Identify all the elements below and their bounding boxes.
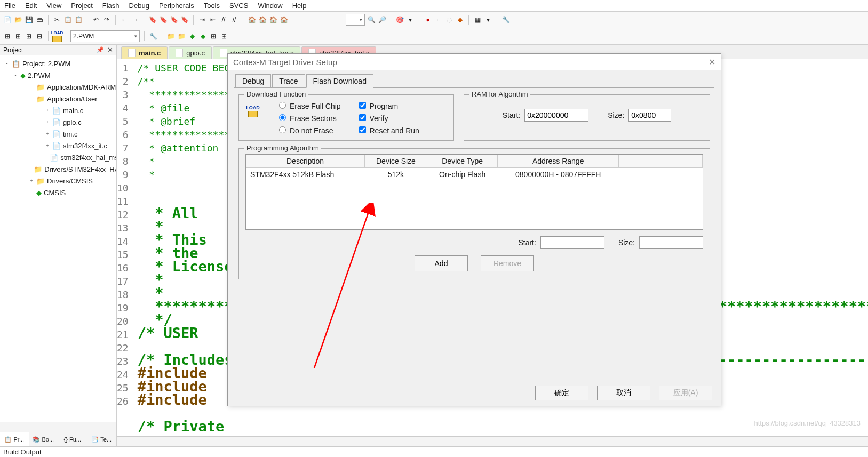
back-icon[interactable]: ← <box>120 15 129 24</box>
outdent-icon[interactable]: ⇤ <box>209 15 217 24</box>
bp-disable-icon[interactable]: ◌ <box>445 15 453 24</box>
new-icon[interactable]: 📄 <box>3 15 12 24</box>
dialog-tab-flash-download[interactable]: Flash Download <box>306 74 373 88</box>
manage-icon[interactable]: 📁 <box>166 32 175 41</box>
batch-icon[interactable]: ⊟ <box>35 32 44 41</box>
manage5-icon[interactable]: ⊞ <box>209 32 218 41</box>
tree-item[interactable]: -◆2.PWM <box>3 69 116 81</box>
tree-item[interactable]: +📁Drivers/CMSIS <box>3 175 116 187</box>
save-icon[interactable]: 💾 <box>25 15 33 24</box>
incremental-icon[interactable]: 🔎 <box>378 15 386 24</box>
remove-button[interactable]: Remove <box>481 255 534 271</box>
find-icon[interactable]: 🏠 <box>248 15 256 24</box>
radio-erase-full-chip[interactable]: Erase Full Chip <box>276 100 341 110</box>
algo-size-input[interactable] <box>639 236 703 249</box>
find4-icon[interactable]: 🏠 <box>280 15 288 24</box>
ram-size-input[interactable] <box>628 109 671 122</box>
tree-item[interactable]: ◆CMSIS <box>3 187 116 198</box>
editor-tab[interactable]: main.c <box>121 46 168 59</box>
radio-erase-sectors[interactable]: Erase Sectors <box>276 113 341 123</box>
menu-window[interactable]: Window <box>258 2 282 10</box>
bp-enable-icon[interactable]: ○ <box>434 15 443 24</box>
translate-icon[interactable]: ⊞ <box>3 32 12 41</box>
dialog-tab-trace[interactable]: Trace <box>272 74 305 88</box>
sidebar-tab[interactable]: 📑 Te... <box>87 432 117 446</box>
find-in-files-icon[interactable]: 🔍 <box>367 15 376 24</box>
rebuild-icon[interactable]: ⊞ <box>25 32 33 41</box>
bp-kill-icon[interactable]: ◆ <box>456 15 464 24</box>
tree-root[interactable]: Project: 2.PWM <box>22 60 70 68</box>
tree-item[interactable]: +📁Drivers/STM32F4xx_HAL_Driver <box>3 163 116 175</box>
manage6-icon[interactable]: ⊞ <box>220 32 228 41</box>
pin-icon[interactable]: 📌 <box>97 46 104 53</box>
close-icon[interactable]: ✕ <box>107 46 113 54</box>
debug-drop-icon[interactable]: ▾ <box>406 15 415 24</box>
algo-cell[interactable]: 08000000H - 0807FFFFH <box>498 168 619 181</box>
ram-start-input[interactable] <box>524 109 588 122</box>
tree-item[interactable]: +📄stm32f4xx_hal_msp.c <box>3 151 116 163</box>
bookmark-icon[interactable]: 🔖 <box>148 15 157 24</box>
sidebar-tab[interactable]: {} Fu... <box>58 432 87 446</box>
algorithm-table[interactable]: DescriptionDevice SizeDevice TypeAddress… <box>245 154 703 230</box>
find2-icon[interactable]: 🏠 <box>258 15 267 24</box>
window-drop-icon[interactable]: ▾ <box>484 15 492 24</box>
tree-item[interactable]: +📄stm32f4xx_it.c <box>3 140 116 151</box>
dialog-tab-debug[interactable]: Debug <box>235 74 271 88</box>
bookmark-next-icon[interactable]: 🔖 <box>159 15 168 24</box>
redo-icon[interactable]: ↷ <box>102 15 111 24</box>
tree-item[interactable]: +📄gpio.c <box>3 116 116 128</box>
check-reset-and-run[interactable]: Reset and Run <box>357 125 419 135</box>
forward-icon[interactable]: → <box>131 15 139 24</box>
open-icon[interactable]: 📂 <box>14 15 22 24</box>
algo-cell[interactable]: STM32F4xx 512kB Flash <box>246 168 365 181</box>
saveall-icon[interactable]: 🗃 <box>35 15 44 24</box>
comment-icon[interactable]: // <box>219 15 228 24</box>
indent-icon[interactable]: ⇥ <box>198 15 206 24</box>
paste-icon[interactable]: 📋 <box>74 15 83 24</box>
radio-do-not-erase[interactable]: Do not Erase <box>276 125 341 135</box>
bookmark-prev-icon[interactable]: 🔖 <box>170 15 178 24</box>
manage2-icon[interactable]: 📁 <box>177 32 186 41</box>
project-tree[interactable]: -📋Project: 2.PWM -◆2.PWM📁Application/MDK… <box>0 55 116 422</box>
bp-insert-icon[interactable]: ● <box>424 15 432 24</box>
window-icon[interactable]: ▦ <box>473 15 482 24</box>
menu-svcs[interactable]: SVCS <box>229 2 248 10</box>
find3-icon[interactable]: 🏠 <box>269 15 277 24</box>
search-combo[interactable]: ▾ <box>346 14 365 26</box>
tree-item[interactable]: +📄main.c <box>3 105 116 116</box>
sidebar-tab[interactable]: 📋 Pr... <box>0 432 29 446</box>
menu-tools[interactable]: Tools <box>204 2 220 10</box>
menu-peripherals[interactable]: Peripherals <box>159 2 194 10</box>
debug-icon[interactable]: 🎯 <box>395 15 404 24</box>
editor-hscroll[interactable] <box>117 436 868 446</box>
add-button[interactable]: Add <box>415 255 468 271</box>
uncomment-icon[interactable]: // <box>230 15 238 24</box>
cancel-button[interactable]: 取消 <box>597 386 650 400</box>
algo-cell[interactable]: 512k <box>365 168 427 181</box>
cut-icon[interactable]: ✂ <box>53 15 61 24</box>
target-combo[interactable]: 2.PWM▾ <box>70 30 140 42</box>
load-icon[interactable]: LOAD <box>53 32 61 41</box>
undo-icon[interactable]: ↶ <box>92 15 100 24</box>
menu-flash[interactable]: Flash <box>102 2 120 10</box>
editor-tab[interactable]: gpio.c <box>169 46 212 59</box>
bookmark-clear-icon[interactable]: 🔖 <box>180 15 189 24</box>
copy-icon[interactable]: 📋 <box>63 15 72 24</box>
config-icon[interactable]: 🔧 <box>501 15 510 24</box>
menu-help[interactable]: Help <box>292 2 307 10</box>
manage3-icon[interactable]: ◆ <box>188 32 196 41</box>
apply-button[interactable]: 应用(A) <box>659 386 712 400</box>
manage4-icon[interactable]: ◆ <box>198 32 207 41</box>
algo-cell[interactable]: On-chip Flash <box>427 168 498 181</box>
sidebar-tab[interactable]: 📚 Bo... <box>29 432 59 446</box>
options-icon[interactable]: 🔧 <box>149 32 157 41</box>
dialog-close-icon[interactable]: ✕ <box>708 57 715 67</box>
tree-item[interactable]: 📁Application/MDK-ARM <box>3 81 116 93</box>
check-program[interactable]: Program <box>357 100 419 110</box>
check-verify[interactable]: Verify <box>357 113 419 123</box>
tree-item[interactable]: -📁Application/User <box>3 93 116 105</box>
tree-item[interactable]: +📄tim.c <box>3 128 116 140</box>
menu-file[interactable]: File <box>4 2 15 10</box>
menu-view[interactable]: View <box>46 2 61 10</box>
menu-project[interactable]: Project <box>71 2 92 10</box>
